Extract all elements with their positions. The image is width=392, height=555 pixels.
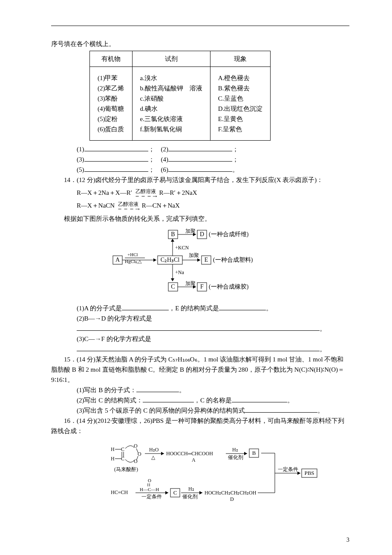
svg-text:加聚: 加聚 — [189, 252, 199, 258]
svg-text:H: H — [111, 446, 115, 452]
svg-text:H: H — [111, 456, 115, 462]
blank-E-structure — [219, 304, 266, 310]
table-row: (1)甲苯 (2)苯乙烯 (3)苯酚 (4)葡萄糖 (5)淀粉 (6)蛋白质 a… — [90, 67, 271, 141]
reaction-arrow-1: 乙醇溶液 －－－→ — [134, 189, 158, 198]
svg-text:一定条件: 一定条件 — [141, 494, 162, 500]
svg-marker-68 — [297, 471, 300, 475]
q14-sub2-blank-line: 。 — [51, 324, 349, 334]
blank-C-structure — [143, 396, 194, 402]
page-number: 3 — [346, 535, 349, 545]
svg-text:(一种合成塑料): (一种合成塑料) — [213, 257, 253, 263]
q14-sub2: (2)B―→D 的化学方程式是 — [51, 313, 349, 324]
blank-2 — [168, 145, 232, 151]
svg-text:B: B — [171, 231, 175, 237]
cell-reagents: a.溴水 b.酸性高锰酸钾 溶液 c.浓硝酸 d.碘水 e.三氯化铁溶液 f.新… — [132, 67, 210, 141]
q15-sub1: (1)写出 B 的分子式：。 — [51, 385, 349, 395]
svg-marker-27 — [171, 278, 174, 281]
table-header-row: 有机物 试剂 现象 — [90, 51, 271, 67]
svg-text:C: C — [173, 489, 177, 496]
answer-row-2: (3)； (4)； — [51, 154, 349, 165]
svg-text:C: C — [171, 283, 175, 290]
blank-C-name — [232, 396, 287, 402]
svg-text:+Na: +Na — [175, 269, 184, 275]
svg-text:加聚: 加聚 — [185, 228, 196, 234]
svg-text:(马来酸酐): (马来酸酐) — [114, 466, 138, 472]
th-phenomenon: 现象 — [210, 51, 271, 67]
cell-compounds: (1)甲苯 (2)苯乙烯 (3)苯酚 (4)葡萄糖 (5)淀粉 (6)蛋白质 — [90, 67, 133, 141]
th-compound: 有机物 — [90, 51, 133, 67]
svg-text:加聚: 加聚 — [185, 280, 196, 286]
svg-text:E: E — [205, 257, 208, 263]
svg-text:O: O — [134, 443, 138, 449]
blank-eq-CF — [77, 344, 320, 351]
svg-text:催化剂: 催化剂 — [228, 454, 243, 460]
blank-eq-BD — [77, 324, 320, 331]
q14-bridge: 根据如下图所示各物质的转化关系，完成下列填空。 — [51, 214, 349, 224]
q14-eq1: R—X＋2Na＋X—R′ 乙醇溶液 －－－→ R—R′＋2NaX — [51, 188, 349, 198]
q14-sub3: (3)C―→F 的化学方程式是 — [51, 334, 349, 344]
q15-lead: 15．(14 分)某天然油脂 A 的分子式为 C₅₇H₁₀₆O₆。1 mol 该… — [51, 354, 349, 385]
answer-row-3: (5)； (6)。 — [51, 165, 349, 175]
svg-text:A: A — [115, 257, 120, 263]
svg-text:+HCl: +HCl — [127, 252, 138, 257]
svg-text:O: O — [138, 451, 141, 457]
svg-text:A: A — [192, 457, 196, 463]
q14-sub3-blank-line: 。 — [51, 344, 349, 354]
q14-sub1: (1)A 的分子式是，E 的结构简式是。 — [51, 303, 349, 313]
svg-marker-53 — [161, 452, 164, 455]
svg-text:(一种合成纤维): (一种合成纤维) — [209, 231, 249, 238]
svg-text:C₂H₃Cl: C₂H₃Cl — [161, 257, 180, 263]
q16-scheme: H H C C O O O (马来酸酐) H₂O △ — [107, 439, 349, 511]
svg-text:D: D — [200, 231, 204, 237]
svg-text:HgCl₂,△: HgCl₂,△ — [125, 259, 142, 264]
top-rule — [51, 26, 349, 26]
svg-text:HOOCCH═CHCOOH: HOOCCH═CHCOOH — [166, 451, 213, 457]
svg-text:C: C — [121, 446, 124, 452]
svg-marker-22 — [197, 258, 200, 262]
svg-text:B: B — [252, 450, 256, 456]
blank-6 — [168, 165, 232, 172]
reagent-table: 有机物 试剂 现象 (1)甲苯 (2)苯乙烯 (3)苯酚 (4)葡萄糖 (5)淀… — [89, 51, 271, 141]
svg-text:△: △ — [151, 454, 156, 460]
reaction-arrow-2: 乙醇溶液 －－－→ — [116, 202, 140, 211]
intro-text: 序号填在各个横线上。 — [51, 39, 349, 49]
cell-phenomena: A.橙色褪去 B.紫色褪去 C.呈蓝色 D.出现红色沉淀 E.呈黄色 F.呈紫色 — [210, 67, 271, 141]
svg-text:F: F — [200, 283, 204, 290]
svg-marker-59 — [244, 452, 247, 455]
q16-lead: 16．(14 分)(2012·安徽理综，26)PBS 是一种可降解的聚酯类高分子… — [51, 416, 349, 436]
svg-text:H₂: H₂ — [232, 447, 238, 453]
svg-text:H₂: H₂ — [188, 486, 194, 492]
q14-diagram: B 加聚 D (一种合成纤维) +KCN A +HCl HgCl₂,△ C₂H₃… — [51, 228, 349, 301]
answer-row-1: (1)； (2)； — [51, 144, 349, 154]
blank-5 — [84, 165, 148, 172]
q15-sub3: (3)写出含 5 个碳原子的 C 的同系物的同分异构体的结构简式。 — [51, 405, 349, 416]
th-reagent: 试剂 — [132, 51, 210, 67]
svg-text:+KCN: +KCN — [175, 245, 189, 251]
q14-lead: 14．(12 分)卤代烃分子里的卤原子易与活泼金属阳离子结合，发生下列反应(X … — [51, 175, 349, 185]
svg-text:(一种合成橡胶): (一种合成橡胶) — [209, 283, 249, 290]
svg-marker-83 — [199, 491, 202, 494]
svg-text:HOCH₂CH₂CH₂CH₂OH: HOCH₂CH₂CH₂CH₂OH — [205, 490, 257, 496]
svg-text:H₂O: H₂O — [149, 447, 159, 453]
q14-eq2: R—X＋NaCN 乙醇溶液 －－－→ R—CN＋NaX — [51, 200, 349, 211]
blank-1 — [84, 145, 148, 151]
svg-text:O: O — [148, 478, 151, 483]
svg-text:H—C—H: H—C—H — [140, 487, 159, 492]
q15-sub2: (2)写出 C 的结构简式：，C 的名称是。 — [51, 395, 349, 405]
svg-marker-9 — [171, 239, 174, 242]
svg-text:C: C — [121, 456, 124, 462]
svg-text:催化剂: 催化剂 — [182, 494, 198, 500]
blank-isomers — [245, 406, 317, 413]
svg-marker-17 — [153, 258, 156, 262]
blank-4 — [168, 155, 232, 162]
blank-3 — [84, 155, 148, 162]
svg-text:PBS: PBS — [304, 470, 314, 476]
svg-marker-77 — [165, 491, 168, 494]
svg-text:一定条件: 一定条件 — [278, 466, 298, 472]
svg-text:D: D — [230, 496, 234, 502]
blank-A-formula — [122, 304, 169, 310]
blank-B-formula — [136, 385, 179, 392]
svg-text:HC≡CH: HC≡CH — [111, 489, 128, 495]
